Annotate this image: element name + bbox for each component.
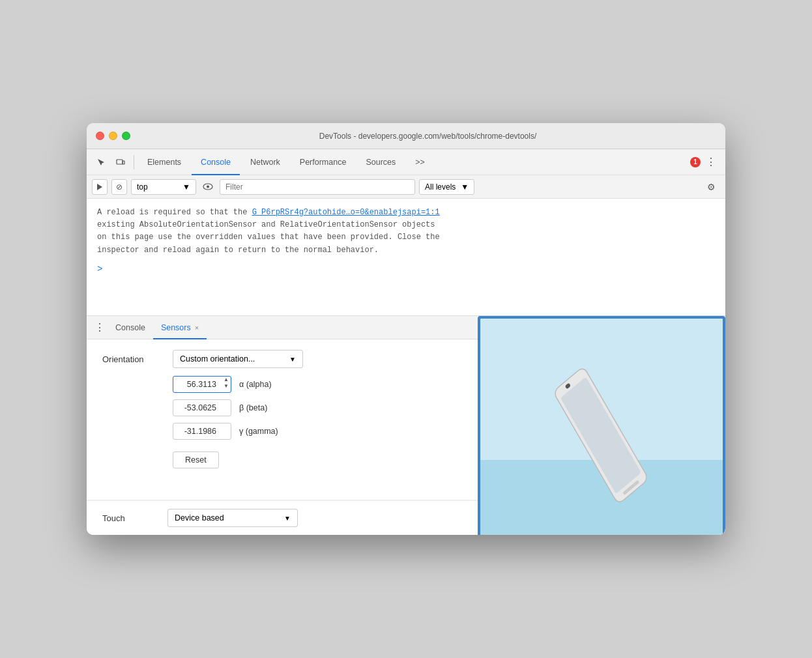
run-script-button[interactable]	[92, 179, 108, 195]
window-title: DevTools - developers.google.com/web/too…	[139, 132, 716, 141]
settings-button[interactable]: ⚙	[702, 178, 720, 196]
touch-label: Touch	[102, 513, 167, 523]
console-tab-label: Console	[115, 323, 145, 332]
beta-label: β (beta)	[239, 403, 291, 412]
chevron-down-icon: ▼	[182, 182, 190, 192]
sensors-panel: Orientation Custom orientation... ▼ ▲ ▼	[87, 339, 725, 500]
console-message-block: A reload is required so that the G_P6rpR…	[97, 207, 715, 257]
preview-inner	[480, 319, 723, 535]
touch-dropdown-value: Device based	[175, 513, 224, 522]
tab-network[interactable]: Network	[241, 149, 289, 175]
tab-elements[interactable]: Elements	[138, 149, 190, 175]
cursor-icon-button[interactable]	[92, 153, 110, 171]
svg-marker-2	[97, 184, 102, 190]
gamma-input[interactable]	[173, 423, 231, 440]
more-options-button[interactable]: ⋮	[702, 153, 720, 171]
block-icon: ⊘	[116, 182, 123, 192]
orientation-preview	[478, 316, 725, 535]
title-bar: DevTools - developers.google.com/web/too…	[87, 123, 725, 149]
alpha-input-wrap: ▲ ▼	[173, 376, 231, 393]
alpha-label: α (alpha)	[239, 380, 291, 389]
console-output-area: A reload is required so that the G_P6rpR…	[87, 199, 725, 316]
beta-input-wrap	[173, 399, 231, 416]
alpha-decrement-button[interactable]: ▼	[222, 383, 230, 390]
minimize-button[interactable]	[109, 132, 117, 140]
message-text-1: A reload is required so that the	[97, 208, 247, 217]
orientation-dropdown[interactable]: Custom orientation... ▼	[173, 350, 303, 368]
log-levels-select[interactable]: All levels ▼	[419, 179, 474, 195]
secondary-toolbar: ⊘ top ▼ All levels ▼ ⚙	[87, 175, 725, 199]
orientation-label: Orientation	[102, 354, 167, 364]
levels-label: All levels	[425, 182, 456, 192]
beta-input[interactable]	[173, 399, 231, 416]
console-link[interactable]: G_P6rpRSr4g?autohide…o=0&enablejsapi=1:1	[252, 208, 440, 217]
message-text-3: on this page use the overridden values t…	[97, 233, 440, 242]
responsive-icon-button[interactable]	[111, 153, 130, 171]
touch-dropdown-arrow: ▼	[284, 515, 291, 522]
svg-rect-1	[123, 161, 124, 164]
close-button[interactable]	[96, 132, 104, 140]
message-text-2: existing AbsoluteOrientationSensor and R…	[97, 220, 435, 229]
sensors-tab-close[interactable]: ×	[195, 324, 199, 332]
prompt-symbol: >	[97, 264, 102, 274]
reset-button[interactable]: Reset	[173, 451, 219, 468]
alpha-spinner: ▲ ▼	[222, 377, 230, 392]
levels-chevron-icon: ▼	[461, 182, 469, 192]
tab-sensors[interactable]: Sensors ×	[153, 316, 207, 339]
eye-button[interactable]	[200, 179, 216, 195]
svg-rect-0	[117, 160, 123, 164]
tab-console[interactable]: Console	[192, 149, 240, 175]
tab-more-button[interactable]: >>	[406, 149, 434, 175]
error-badge: 1	[690, 157, 701, 167]
context-selector[interactable]: top ▼	[131, 179, 196, 195]
svg-point-4	[207, 186, 209, 188]
orientation-dropdown-arrow: ▼	[289, 356, 296, 363]
context-value: top	[137, 182, 148, 192]
main-toolbar: Elements Console Network Performance Sou…	[87, 149, 725, 175]
tab-console-bottom[interactable]: Console	[108, 316, 153, 339]
orientation-dropdown-value: Custom orientation...	[180, 354, 255, 364]
touch-dropdown[interactable]: Device based ▼	[167, 509, 298, 527]
devtools-window: DevTools - developers.google.com/web/too…	[87, 123, 725, 535]
maximize-button[interactable]	[122, 132, 130, 140]
gamma-input-wrap	[173, 423, 231, 440]
message-text-4: inspector and reload again to return to …	[97, 246, 379, 255]
tab-sources[interactable]: Sources	[356, 149, 405, 175]
block-requests-button[interactable]: ⊘	[111, 179, 127, 195]
tab-performance[interactable]: Performance	[291, 149, 356, 175]
panel-more-button[interactable]: ⋮	[92, 320, 108, 336]
error-count[interactable]: 1	[690, 157, 701, 167]
toolbar-separator-1	[134, 155, 134, 169]
alpha-increment-button[interactable]: ▲	[222, 377, 230, 383]
bottom-panel: ⋮ Console Sensors × ×	[87, 316, 725, 535]
console-prompt[interactable]: >	[97, 262, 715, 276]
filter-input[interactable]	[220, 179, 415, 195]
traffic-lights	[96, 132, 130, 140]
gamma-label: γ (gamma)	[239, 427, 291, 436]
sensors-tab-label: Sensors	[161, 323, 191, 332]
